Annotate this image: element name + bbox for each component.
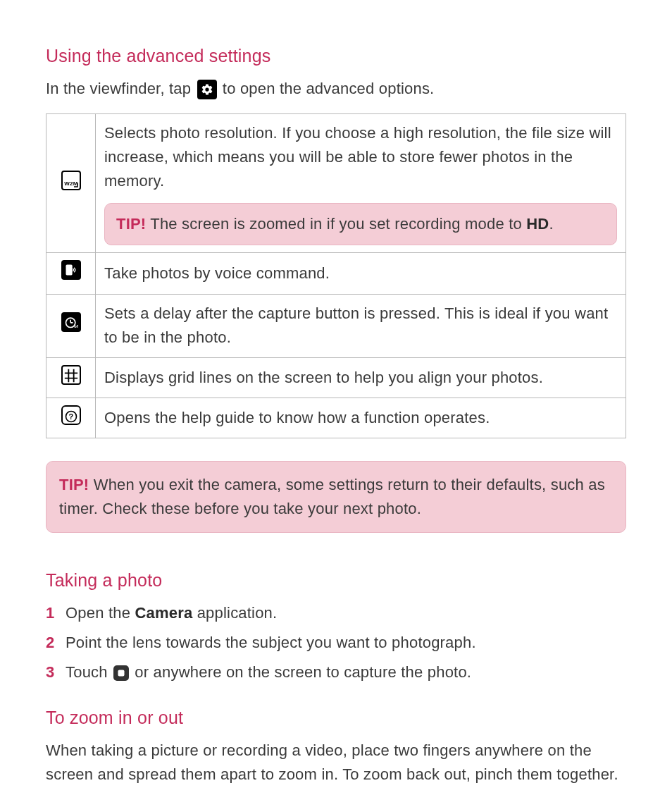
intro-text: In the viewfinder, tap to open the advan…: [46, 77, 626, 101]
shutter-icon: [113, 665, 129, 681]
list-item: Touch or anywhere on the screen to captu…: [46, 660, 626, 684]
timer-desc: Sets a delay after the capture button is…: [96, 295, 626, 357]
steps-list: Open the Camera application. Point the l…: [46, 601, 626, 684]
tip-label: TIP!: [59, 476, 89, 493]
intro-after: to open the advanced options.: [223, 80, 435, 97]
table-row: off Sets a delay after the capture butto…: [46, 295, 626, 357]
step3-after: or anywhere on the screen to capture the…: [130, 663, 471, 681]
table-row: ? Opens the help guide to know how a fun…: [46, 398, 626, 438]
settings-table: W2M Selects photo resolution. If you cho…: [46, 113, 626, 438]
tip-outer-text: When you exit the camera, some settings …: [59, 476, 605, 517]
svg-text:off: off: [74, 325, 78, 329]
table-row: Take photos by voice command.: [46, 253, 626, 295]
grid-desc: Displays grid lines on the screen to hel…: [96, 357, 626, 398]
table-row: Displays grid lines on the screen to hel…: [46, 357, 626, 398]
tip-hd-after: .: [549, 215, 553, 233]
intro-before: In the viewfinder, tap: [46, 80, 196, 97]
step3-before: Touch: [66, 663, 112, 681]
step1-after: application.: [192, 604, 277, 622]
voice-command-icon: [46, 253, 96, 295]
zoom-text: When taking a picture or recording a vid…: [46, 739, 626, 787]
svg-text:?: ?: [68, 412, 73, 421]
tip-label: TIP!: [116, 215, 146, 233]
list-item: Open the Camera application.: [46, 601, 626, 625]
help-icon: ?: [46, 398, 96, 438]
svg-text:W2M: W2M: [64, 180, 77, 187]
step1-bold: Camera: [135, 604, 192, 622]
tip-box-defaults: TIP! When you exit the camera, some sett…: [46, 461, 626, 533]
resolution-icon: W2M: [46, 113, 96, 252]
tip-hd-before: The screen is zoomed in if you set recor…: [146, 215, 526, 233]
settings-gear-icon: [197, 80, 217, 99]
grid-icon: [46, 357, 96, 398]
list-item: Point the lens towards the subject you w…: [46, 631, 626, 655]
tip-hd-bold: HD: [526, 215, 549, 233]
svg-rect-2: [66, 265, 72, 276]
resolution-desc: Selects photo resolution. If you choose …: [104, 121, 617, 193]
help-desc: Opens the help guide to know how a funct…: [96, 398, 626, 438]
heading-taking-photo: Taking a photo: [46, 567, 626, 594]
tip-box-hd: TIP! The screen is zoomed in if you set …: [104, 203, 617, 245]
table-row: W2M Selects photo resolution. If you cho…: [46, 113, 626, 252]
voice-desc: Take photos by voice command.: [96, 253, 626, 295]
step1-before: Open the: [66, 604, 135, 622]
heading-advanced-settings: Using the advanced settings: [46, 42, 626, 70]
resolution-desc-cell: Selects photo resolution. If you choose …: [96, 113, 626, 252]
heading-zoom: To zoom in or out: [46, 704, 626, 732]
timer-icon: off: [46, 295, 96, 357]
